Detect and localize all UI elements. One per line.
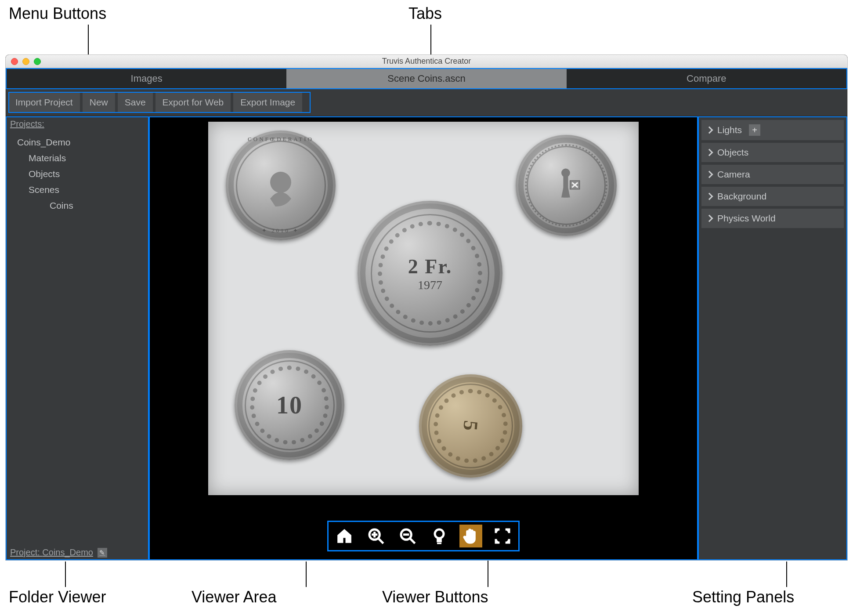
- tree-materials[interactable]: Materials: [24, 150, 142, 166]
- tree-objects[interactable]: Objects: [24, 166, 142, 182]
- coin-top-right: [516, 135, 617, 236]
- coin-br-value: 5: [459, 420, 483, 433]
- tab-bar: Images Scene Coins.ascn Compare: [6, 68, 847, 89]
- chevron-right-icon: [706, 171, 713, 178]
- panel-camera[interactable]: Camera: [701, 165, 844, 184]
- chevron-right-icon: [706, 149, 713, 156]
- panel-label: Camera: [717, 169, 750, 180]
- window-title: Truvis Authentica Creator: [382, 57, 471, 66]
- coin-bottom-right: 5: [419, 374, 522, 478]
- panel-objects[interactable]: Objects: [701, 143, 844, 162]
- panel-label: Physics World: [717, 213, 776, 224]
- annotation-line: [786, 562, 787, 587]
- import-project-button[interactable]: Import Project: [8, 93, 80, 112]
- annotation-viewer-buttons: Viewer Buttons: [382, 588, 488, 606]
- annotation-line: [306, 562, 307, 587]
- chevron-right-icon: [706, 193, 713, 200]
- viewer-area[interactable]: CONFŒDERATIO ✦ 2010 ✦ 2 Fr. 1977: [149, 116, 698, 560]
- toolbar: Import Project New Save Export for Web E…: [6, 89, 847, 116]
- coin-bottom-left: 10: [235, 350, 344, 460]
- app-window: Truvis Authentica Creator Images Scene C…: [5, 54, 848, 561]
- tab-images[interactable]: Images: [7, 69, 286, 88]
- footer-prefix: Project:: [10, 547, 42, 557]
- panel-label: Objects: [717, 147, 748, 158]
- annotation-viewer-area: Viewer Area: [192, 588, 276, 606]
- annotation-setting-panels: Setting Panels: [692, 588, 794, 606]
- panel-label: Lights: [717, 125, 742, 135]
- edit-project-icon[interactable]: ✎: [98, 548, 107, 558]
- panel-background[interactable]: Background: [701, 187, 844, 206]
- tab-compare[interactable]: Compare: [567, 69, 846, 88]
- viewer-canvas[interactable]: CONFŒDERATIO ✦ 2010 ✦ 2 Fr. 1977: [208, 122, 639, 495]
- window-titlebar: Truvis Authentica Creator: [6, 55, 847, 68]
- settings-panels: Lights + Objects Camera Background: [698, 116, 847, 560]
- tree-scene-coins[interactable]: Coins: [45, 198, 142, 214]
- light-icon[interactable]: [428, 525, 451, 547]
- tree-scenes[interactable]: Scenes: [24, 182, 142, 198]
- fullscreen-icon[interactable]: [491, 525, 514, 547]
- projects-label: Projects:: [7, 117, 148, 131]
- new-button[interactable]: New: [83, 93, 115, 112]
- annotation-line: [65, 562, 66, 587]
- svg-line-8: [410, 538, 415, 544]
- annotation-menu-buttons: Menu Buttons: [9, 4, 106, 23]
- panel-label: Background: [717, 191, 766, 202]
- viewer-button-bar: [327, 521, 520, 551]
- minimize-icon[interactable]: [22, 58, 29, 65]
- save-button[interactable]: Save: [118, 93, 153, 112]
- panel-lights[interactable]: Lights +: [701, 120, 844, 140]
- add-light-icon[interactable]: +: [749, 124, 760, 136]
- svg-rect-11: [437, 538, 441, 542]
- svg-point-0: [270, 172, 291, 193]
- home-icon[interactable]: [333, 525, 356, 547]
- svg-point-2: [561, 169, 570, 178]
- svg-point-10: [435, 529, 444, 538]
- folder-viewer: Projects: Coins_Demo Materials Objects S…: [6, 116, 149, 560]
- export-web-button[interactable]: Export for Web: [155, 93, 231, 112]
- annotation-folder-viewer: Folder Viewer: [9, 588, 106, 606]
- svg-line-4: [378, 538, 383, 544]
- panel-physics-world[interactable]: Physics World: [701, 209, 844, 228]
- zoom-out-icon[interactable]: [396, 525, 419, 547]
- coin-tl-arc-top: CONFŒDERATIO: [226, 136, 336, 143]
- footer-project-name: Coins_Demo: [42, 547, 93, 557]
- tab-scene[interactable]: Scene Coins.ascn: [286, 69, 566, 88]
- maximize-icon[interactable]: [34, 58, 41, 65]
- chevron-right-icon: [706, 215, 713, 222]
- chevron-right-icon: [706, 127, 713, 134]
- coin-center: 2 Fr. 1977: [358, 201, 502, 346]
- project-node[interactable]: Coins_Demo: [13, 134, 142, 150]
- export-image-button[interactable]: Export Image: [233, 93, 302, 112]
- close-icon[interactable]: [11, 58, 18, 65]
- zoom-in-icon[interactable]: [365, 525, 387, 547]
- project-footer: Project: Coins_Demo ✎: [7, 546, 148, 559]
- annotation-tabs: Tabs: [408, 4, 442, 23]
- hand-icon[interactable]: [459, 525, 482, 547]
- coin-tl-year: ✦ 2010 ✦: [226, 227, 336, 234]
- coin-top-left: CONFŒDERATIO ✦ 2010 ✦: [226, 130, 336, 240]
